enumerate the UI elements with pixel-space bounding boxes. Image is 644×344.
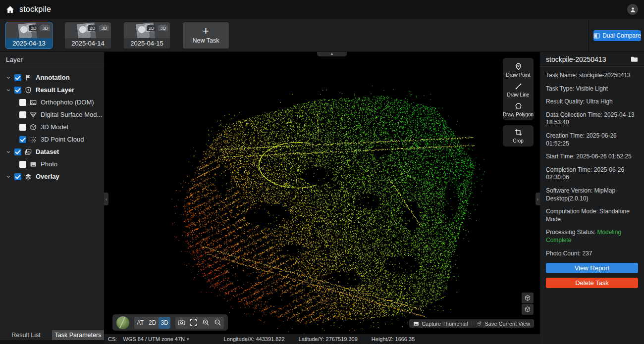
badge-3d: 3D [158,25,168,32]
draw-line-button[interactable]: Draw Line [503,83,534,98]
task-detail-panel: stockpile-20250413 Task Name: stockpile-… [540,52,644,344]
layer-item-result-layer[interactable]: Result Layer [0,84,104,96]
badge-3d: 3D [40,25,50,32]
shield-icon [25,87,32,94]
task-detail-list: Task Name: stockpile-20250413 Task Type:… [540,67,644,288]
cube-icon [30,124,37,131]
layer-tree: Annotation Result Layer Orthophoto (DOM)… [0,67,104,183]
crs-selector[interactable]: WGS 84 / UTM zone 47N ▾ [123,336,189,342]
checkbox[interactable] [19,124,26,131]
user-avatar[interactable] [627,4,638,15]
cube-wireframe-icon[interactable] [522,304,534,315]
zoom-out-icon[interactable] [212,317,224,329]
detail-processing-status: Processing Status: Modeling Complete [546,229,638,244]
zoom-in-icon[interactable] [200,317,212,329]
collapse-left-handle[interactable]: ‹ [104,193,108,205]
view-report-button[interactable]: View Report [546,263,638,273]
layer-item-label: Result Layer [36,86,74,94]
new-task-label: New Task [193,37,219,44]
layer-item-3d-model[interactable]: 3D Model [0,121,104,133]
layer-item-label: Overlay [36,173,59,180]
crop-button[interactable]: Crop [503,129,534,144]
collapse-top-handle[interactable]: ▲ [317,52,347,56]
badge-2d: 2D [147,25,157,32]
layer-item-label: Digital Surface Mod... [41,111,102,118]
task-card-2025-04-14[interactable]: 2D 3D 2025-04-14 [65,22,111,49]
draw-polygon-button[interactable]: Draw Polygon [503,102,534,117]
status-bar: CS: WGS 84 / UTM zone 47N ▾ Longitude/X:… [104,334,540,344]
new-task-button[interactable]: + New Task [183,22,229,49]
checkbox[interactable] [14,148,21,155]
chevron-down-icon[interactable] [6,75,11,80]
task-card-2025-04-15[interactable]: 2D 3D 2025-04-15 [124,22,170,49]
task-thumbnail: 2D 3D [6,22,52,38]
viewer-toolbar: AT 2D 3D [112,314,228,331]
detail-task-type: Task Type: Visible Light [546,85,638,93]
dual-compare-button[interactable]: Dual Compare [593,30,641,41]
chevron-down-icon: ▾ [187,337,189,342]
task-date: 2025-04-13 [6,38,52,49]
polygon-icon [515,102,522,110]
photo-stack-icon [25,148,32,155]
mode-at-button[interactable]: AT [134,317,146,329]
draw-point-button[interactable]: Draw Point [503,63,534,78]
image-icon [30,99,37,106]
layer-item-label: Orthophoto (DOM) [41,98,94,106]
terrain-triangle-icon [30,111,37,118]
checkbox[interactable] [19,136,26,143]
task-strip: 2D 3D 2025-04-13 2D 3D 2025-04-14 2D 3D … [0,19,589,52]
minimap-thumbnail[interactable] [116,316,129,329]
cube-view-icon[interactable] [522,293,534,303]
chevron-down-icon[interactable] [6,88,11,93]
badge-2d: 2D [88,25,98,32]
task-card-2025-04-13[interactable]: 2D 3D 2025-04-13 [6,22,52,49]
save-current-view-button[interactable]: Save Current View [472,319,534,328]
checkbox[interactable] [19,99,26,106]
tool-label: Crop [513,138,524,144]
layer-item-dataset[interactable]: Dataset [0,146,104,158]
fit-view-icon[interactable] [188,317,200,329]
detail-result-quality: Result Quality: Ultra High [546,98,638,106]
detail-completion-time: Completion Time: 2025-06-26 02:30:06 [546,166,638,182]
layer-item-annotation[interactable]: Annotation [0,71,104,84]
point-cloud-canvas[interactable] [104,52,540,334]
save-view-label: Save Current View [484,321,530,327]
layers-icon [25,173,32,180]
collapse-right-handle[interactable]: › [536,193,540,205]
layer-item-label: 3D Point Cloud [41,136,84,143]
layer-item-3d-point-cloud[interactable]: 3D Point Cloud [0,133,104,146]
capture-thumbnail-label: Capture Thumbnail [422,321,468,327]
home-icon[interactable] [6,5,14,14]
layer-item-orthophoto[interactable]: Orthophoto (DOM) [0,96,104,108]
chevron-down-icon[interactable] [6,174,11,179]
checkbox[interactable] [14,173,21,180]
checkbox[interactable] [14,87,21,94]
view-action-buttons: Capture Thumbnail Save Current View [409,319,534,328]
layer-item-dsm[interactable]: Digital Surface Mod... [0,108,104,121]
top-bar: stockpile [0,0,644,19]
tab-task-parameters[interactable]: Task Parameters [52,330,104,340]
map-3d-viewer[interactable]: ▲ ‹ › Draw Point Draw Line Draw Polygon … [104,52,540,334]
mode-3d-button[interactable]: 3D [159,317,170,329]
draw-tools-panel: Draw Point Draw Line Draw Polygon [503,58,534,120]
layer-item-photo[interactable]: Photo [0,158,104,170]
dual-compare-label: Dual Compare [602,32,641,39]
camera-icon[interactable] [175,317,187,329]
checkbox[interactable] [19,111,26,118]
task-panel-title: stockpile-20250413 [546,55,631,63]
dual-compare-icon [593,33,600,39]
checkbox[interactable] [19,161,26,168]
checkbox[interactable] [14,74,21,81]
folder-icon[interactable] [631,56,638,62]
detail-creation-time: Creation Time: 2025-06-26 01:52:25 [546,132,638,147]
layer-item-overlay[interactable]: Overlay [0,170,104,183]
capture-thumbnail-button[interactable]: Capture Thumbnail [409,319,472,328]
badge-3d: 3D [99,25,109,32]
tab-result-list[interactable]: Result List [0,330,52,340]
tool-label: Draw Line [507,92,529,98]
layer-item-label: 3D Model [41,123,68,131]
chevron-down-icon[interactable] [6,149,11,154]
crop-tool-panel: Crop [503,125,534,147]
mode-2d-button[interactable]: 2D [146,317,158,329]
delete-task-button[interactable]: Delete Task [546,278,638,288]
